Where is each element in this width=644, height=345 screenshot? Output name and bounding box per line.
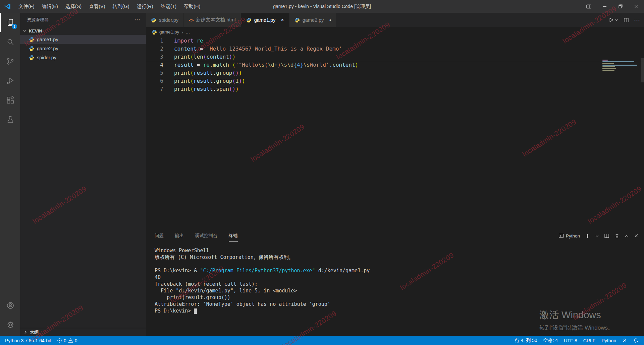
tab-spider.py[interactable]: spider.py	[146, 13, 184, 27]
breadcrumb-more[interactable]: …	[185, 29, 190, 34]
terminal-dropdown-icon[interactable]	[595, 234, 599, 238]
status-python-version[interactable]: Python 3.7.8rc1 64-bit	[0, 336, 54, 345]
code-line-2[interactable]: 2content = 'Hello 1234567 World_This is …	[146, 45, 644, 53]
dirty-dot-icon[interactable]: ●	[329, 18, 331, 22]
activitybar-explorer[interactable]: 1	[0, 13, 20, 32]
activitybar-search[interactable]	[0, 32, 20, 52]
activitybar-account[interactable]	[0, 296, 20, 315]
panel-actions: Python	[558, 230, 639, 242]
minimap-line	[602, 65, 637, 66]
chevron-right-icon	[23, 330, 28, 335]
terminal-shell-selector[interactable]: Python	[558, 233, 580, 238]
code-line-1[interactable]: 1import re	[146, 37, 644, 45]
activitybar-testing[interactable]	[0, 110, 20, 129]
window-title: game1.py - kevin - Visual Studio Code [管…	[273, 0, 371, 13]
source-control-icon	[6, 57, 15, 66]
feedback-icon	[622, 338, 627, 343]
shell-label: Python	[566, 233, 580, 238]
code-line-3[interactable]: 3print(len(content))	[146, 53, 644, 61]
kill-terminal-icon[interactable]	[614, 233, 620, 238]
menu-terminal[interactable]: 终端(T)	[157, 0, 180, 13]
line-number: 5	[146, 69, 163, 77]
more-actions-icon[interactable]: ⋯	[634, 16, 640, 24]
status-encoding[interactable]: UTF-8	[561, 336, 580, 345]
window-controls	[581, 0, 644, 13]
code-line-7[interactable]: 7print(result.span())	[146, 85, 644, 93]
close-tab-icon[interactable]: ×	[281, 17, 284, 23]
python-file-icon	[294, 17, 300, 23]
file-game2.py[interactable]: game2.py	[20, 44, 146, 53]
explorer-sidebar: 资源管理器 ⋯ KEVIN game1.pygame2.pyspider.py …	[20, 13, 146, 336]
menu-go[interactable]: 转到(G)	[109, 0, 133, 13]
panel-tab-终端[interactable]: 终端	[229, 230, 238, 242]
testing-icon	[6, 115, 15, 124]
activitybar-extensions[interactable]	[0, 90, 20, 110]
status-notifications[interactable]	[630, 336, 641, 345]
maximize-panel-icon[interactable]	[625, 234, 629, 238]
menu-edit[interactable]: 编辑(E)	[38, 0, 62, 13]
terminal-line: PS D:\kevin> & "C:/Program Files/Python3…	[155, 267, 644, 274]
close-panel-icon[interactable]	[634, 233, 639, 238]
menu-run[interactable]: 运行(R)	[133, 0, 157, 13]
outline-section[interactable]: 大纲	[20, 328, 146, 336]
error-icon	[57, 338, 62, 343]
outline-label: 大纲	[30, 329, 39, 335]
python-file-icon	[29, 46, 34, 51]
code-line-5[interactable]: 5print(result.group())	[146, 69, 644, 77]
status-eol[interactable]: CRLF	[580, 336, 599, 345]
terminal-line: AttributeError: 'NoneType' object has no…	[155, 301, 644, 307]
minimap[interactable]	[602, 60, 639, 71]
terminal-output[interactable]: Windows PowerShell版权所有 (C) Microsoft Cor…	[146, 242, 644, 314]
panel-tab-调试控制台[interactable]: 调试控制台	[195, 230, 218, 242]
panel-tab-问题[interactable]: 问题	[155, 230, 164, 242]
status-indentation[interactable]: 空格: 4	[540, 336, 561, 345]
explorer-more-actions-icon[interactable]: ⋯	[134, 16, 141, 23]
status-problems[interactable]: 0 0	[54, 336, 80, 345]
folder-section-kevin[interactable]: KEVIN	[20, 27, 146, 35]
split-editor-icon[interactable]	[624, 17, 629, 23]
breadcrumb[interactable]: game1.py › …	[146, 27, 644, 37]
panel-header: 问题输出调试控制台终端 Python	[146, 230, 644, 242]
editor-scrollbar[interactable]	[641, 58, 644, 82]
new-terminal-icon[interactable]	[585, 233, 590, 238]
file-game1.py[interactable]: game1.py	[20, 35, 146, 44]
status-language-mode[interactable]: Python	[598, 336, 619, 345]
run-python-file-button[interactable]	[608, 17, 619, 23]
python-file-icon	[29, 55, 34, 60]
breadcrumb-file[interactable]: game1.py	[159, 29, 179, 34]
terminal-line: File "d:/kevin/game1.py", line 5, in <mo…	[155, 287, 644, 294]
python-file-icon	[152, 29, 157, 35]
status-feedback[interactable]	[619, 336, 630, 345]
tab-label: spider.py	[159, 17, 178, 23]
menu-help[interactable]: 帮助(H)	[180, 0, 204, 13]
panel-tab-输出[interactable]: 输出	[175, 230, 184, 242]
activitybar-source-control[interactable]	[0, 52, 20, 71]
split-terminal-icon[interactable]	[604, 233, 609, 238]
menu-selection[interactable]: 选择(S)	[62, 0, 85, 13]
code-line-6[interactable]: 6print(result.group(1))	[146, 77, 644, 85]
restore-icon[interactable]	[612, 0, 628, 13]
run-debug-icon	[6, 76, 15, 85]
bottom-panel: 问题输出调试控制台终端 Python Windows PowerShell版权所…	[146, 230, 644, 336]
tab-新建文本文档.html[interactable]: <>新建文本文档.html	[184, 13, 241, 27]
code-line-4[interactable]: 4result = re.match ('^Hello\s(\d+)\s\d{4…	[146, 61, 644, 69]
error-count: 0	[64, 338, 66, 343]
settings-icon	[6, 321, 15, 329]
file-spider.py[interactable]: spider.py	[20, 53, 146, 62]
vscode-logo-icon	[0, 3, 15, 10]
menu-view[interactable]: 查看(V)	[85, 0, 109, 13]
tab-game2.py[interactable]: game2.py●	[289, 13, 337, 27]
vscode-window: 文件(F)编辑(E)选择(S)查看(V)转到(G)运行(R)终端(T)帮助(H)…	[0, 0, 644, 345]
warning-icon	[68, 338, 73, 343]
menu-file[interactable]: 文件(F)	[15, 0, 38, 13]
tab-game1.py[interactable]: game1.py×	[241, 13, 289, 27]
minimize-icon[interactable]	[597, 0, 612, 13]
activitybar-settings[interactable]	[0, 315, 20, 335]
layout-icon[interactable]	[581, 0, 597, 13]
status-bar: Python 3.7.8rc1 64-bit 0 0 行 4, 列 50空格: …	[0, 336, 644, 345]
activitybar-run-debug[interactable]	[0, 71, 20, 90]
code-editor[interactable]: 1import re2content = 'Hello 1234567 Worl…	[146, 37, 644, 230]
status-cursor-position[interactable]: 行 4, 列 50	[512, 336, 540, 345]
menu-bar: 文件(F)编辑(E)选择(S)查看(V)转到(G)运行(R)终端(T)帮助(H)	[15, 0, 204, 13]
close-window-icon[interactable]	[628, 0, 644, 13]
